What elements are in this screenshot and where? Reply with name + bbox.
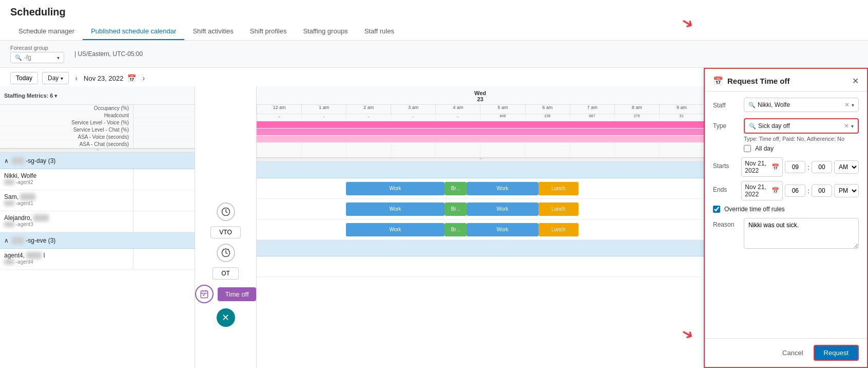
- asa-cell: [301, 150, 346, 157]
- cancel-button[interactable]: Cancel: [777, 346, 808, 360]
- nav-tabs: Schedule manager Published schedule cale…: [10, 23, 858, 40]
- ends-field: Ends Nov 21, 2022 📅 : AM PM: [713, 181, 859, 200]
- time-slot: 5 am: [480, 105, 525, 114]
- forecast-input[interactable]: [24, 54, 55, 61]
- metric-svc-voice: Service Level - Voice (%): [0, 119, 133, 126]
- chevron-down-icon[interactable]: ▾: [57, 55, 60, 61]
- ends-ampm-select[interactable]: AM PM: [834, 184, 859, 197]
- occ-cell: -: [346, 114, 391, 121]
- tab-staff-rules[interactable]: Staff rules: [356, 23, 402, 40]
- calendar-icon[interactable]: 📅: [771, 163, 779, 171]
- tab-shift-profiles[interactable]: Shift profiles: [242, 23, 295, 40]
- group-collapse-icon[interactable]: ∧: [4, 157, 9, 164]
- starts-hour-input[interactable]: [785, 161, 805, 173]
- type-clear-button[interactable]: ✕: [844, 122, 849, 130]
- tab-published-schedule[interactable]: Published schedule calendar: [83, 23, 184, 40]
- ends-hour-input[interactable]: [785, 185, 805, 197]
- allday-checkbox[interactable]: [744, 145, 751, 152]
- override-row: Override time off rules: [713, 206, 859, 213]
- time-slot: 8 am: [614, 105, 659, 114]
- override-label: Override time off rules: [724, 206, 785, 213]
- staffing-metrics-label[interactable]: Staffing Metrics: 6 ▾: [0, 90, 133, 101]
- starts-inputs: Nov 21, 2022 📅 : AM PM: [741, 157, 859, 177]
- panel-header: 📅 Request Time off ✕: [705, 69, 867, 91]
- toolbar: Forecast group 🔍 ▾ | US/Eastern, UTC-05:…: [0, 41, 868, 68]
- asa-cell: [525, 143, 570, 150]
- agent-id-blurred: xxxx: [4, 200, 14, 206]
- chevron-down-icon[interactable]: ▾: [61, 76, 63, 81]
- vto-button[interactable]: VTO: [210, 226, 240, 238]
- agent-id-blurred: xxxx: [4, 259, 14, 265]
- starts-ampm-select[interactable]: AM PM: [834, 160, 859, 174]
- tab-staffing-groups[interactable]: Staffing groups: [295, 23, 356, 40]
- agent-info-agent4: agent4, xxxxx l xxxx -agent4: [0, 249, 133, 269]
- metrics-labels: Occupancy (%) Headcount Service Level - …: [0, 105, 195, 148]
- agent-info-alejandro: Alejandro, xxxxx xxxx -agent3: [0, 211, 133, 232]
- agent-name: Nikki, Wolfe: [4, 172, 129, 179]
- sam-schedule-row: Work Br... Work Lunch: [257, 199, 704, 219]
- group-name-blurred: xxxx: [12, 157, 24, 164]
- staff-field: Staff 🔍 Nikki, Wolfe ✕ ▾: [713, 98, 859, 112]
- asa-voice-row: [257, 143, 704, 150]
- request-button[interactable]: Request: [814, 345, 859, 361]
- agent-row: Sam, xxxxx xxxx -agent1: [0, 190, 195, 211]
- metrics-data: - - - - - 848 239 867 276 51: [257, 114, 704, 157]
- prev-date-button[interactable]: ‹: [73, 73, 80, 83]
- agent-info-nikki: Nikki, Wolfe xxxx -agent2: [0, 169, 133, 190]
- ot-icon-button[interactable]: [217, 244, 235, 262]
- ends-date-input[interactable]: Nov 21, 2022 📅: [741, 181, 783, 200]
- resize-divider-right[interactable]: ⌃: [257, 158, 704, 162]
- group-eve-label: -sg-eve (3): [26, 237, 55, 244]
- staff-clear-button[interactable]: ✕: [844, 101, 850, 108]
- timeoff-icon-button[interactable]: [195, 285, 214, 303]
- tab-shift-activities[interactable]: Shift activities: [184, 23, 241, 40]
- tab-schedule-manager[interactable]: Schedule manager: [10, 23, 83, 40]
- starts-min-input[interactable]: [812, 161, 832, 173]
- work-block2: Work: [467, 223, 538, 236]
- next-date-button[interactable]: ›: [140, 73, 147, 83]
- nikki-schedule-row: Work Br... Work Lunch: [257, 178, 704, 199]
- work-block2: Work: [467, 182, 538, 195]
- svc-voice-row: [257, 128, 704, 136]
- staff-select[interactable]: 🔍 Nikki, Wolfe ✕ ▾: [744, 98, 859, 112]
- work-block: Work: [346, 203, 445, 216]
- asa-cell: [346, 150, 391, 157]
- starts-field: Starts Nov 21, 2022 📅 : AM PM: [713, 157, 859, 177]
- metric-occupancy: Occupancy (%): [0, 105, 133, 112]
- day-view-button[interactable]: Day ▾: [42, 72, 69, 84]
- calendar-icon[interactable]: 📅: [127, 74, 136, 82]
- override-checkbox[interactable]: [713, 206, 720, 213]
- starts-label: Starts: [713, 162, 736, 170]
- reason-textarea[interactable]: Nikki was out sick.: [744, 218, 859, 249]
- ot-button[interactable]: OT: [213, 267, 239, 280]
- break-block: Br...: [445, 182, 467, 195]
- calendar-panel-icon: 📅: [713, 76, 723, 86]
- staff-dropdown-arrow[interactable]: ▾: [852, 102, 854, 108]
- ends-min-input[interactable]: [812, 185, 832, 197]
- occ-cell: -: [435, 114, 480, 121]
- time-off-button[interactable]: Time off: [218, 287, 256, 301]
- time-slot: 4 am: [435, 105, 480, 114]
- group2-sched-header: [257, 240, 704, 256]
- type-select[interactable]: 🔍 Sick day off ✕ ▾: [744, 118, 859, 134]
- panel-close-button[interactable]: ✕: [852, 76, 859, 86]
- time-slot: 7 am: [570, 105, 614, 114]
- today-button[interactable]: Today: [10, 72, 38, 84]
- agent4-schedule-row: [257, 256, 704, 277]
- agents-area: ∧ xxxx -sg-day (3) Nikki, Wolfe: [0, 153, 195, 368]
- lunch-block: Lunch: [538, 182, 578, 195]
- vto-icon-button[interactable]: [217, 203, 235, 221]
- starts-date-input[interactable]: Nov 21, 2022 📅: [741, 157, 783, 177]
- calendar-icon[interactable]: 📅: [771, 187, 779, 194]
- type-dropdown-arrow[interactable]: ▾: [851, 123, 854, 129]
- work-block2: Work: [467, 203, 538, 216]
- cancel-circle-button[interactable]: ✕: [217, 308, 235, 327]
- starts-date-value: Nov 21, 2022: [745, 160, 769, 174]
- cal-controls: Today Day ▾ ‹ Nov 23, 2022 📅 ›: [0, 68, 704, 86]
- forecast-input-wrap[interactable]: 🔍 ▾: [10, 52, 64, 63]
- group-collapse-icon[interactable]: ∧: [4, 237, 9, 244]
- staff-label: Staff: [713, 98, 739, 109]
- resize-divider[interactable]: ⌃: [0, 149, 195, 153]
- occ-cell: 51: [659, 114, 704, 121]
- metric-asa-voice: ASA - Voice (seconds): [0, 134, 133, 140]
